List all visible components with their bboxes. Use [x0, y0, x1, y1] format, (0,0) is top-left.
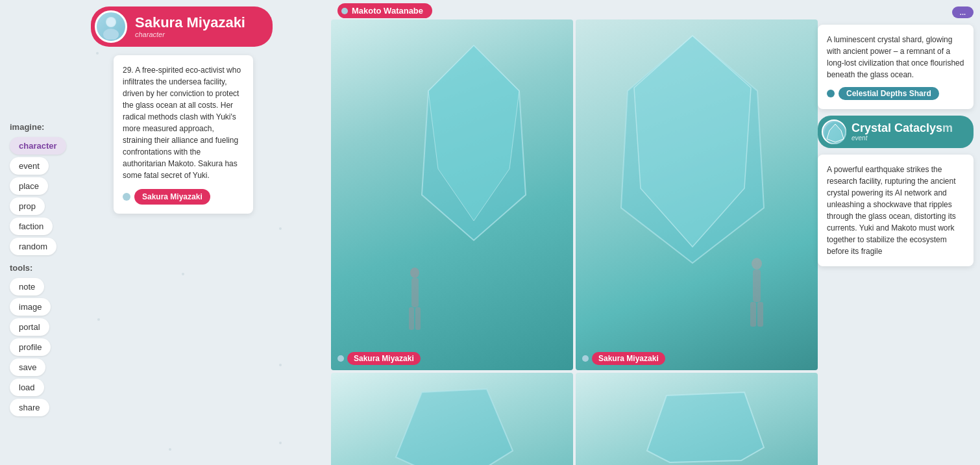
- top-right-button[interactable]: ...: [952, 6, 974, 18]
- image-tag-dot: [337, 355, 344, 362]
- sidebar-btn-load[interactable]: load: [10, 379, 44, 396]
- event-avatar: [822, 119, 846, 144]
- sidebar-btn-event[interactable]: event: [10, 157, 49, 175]
- celestial-shard-description: A luminescent crystal shard, glowing wit…: [827, 34, 964, 81]
- makoto-dot: [341, 8, 348, 14]
- imagine-label: imagine:: [10, 122, 75, 132]
- sidebar-btn-note[interactable]: note: [10, 278, 44, 295]
- description-tag: Sakura Miyazaki: [123, 189, 244, 205]
- sidebar-btn-character[interactable]: character: [10, 137, 66, 155]
- svg-marker-16: [647, 392, 764, 462]
- sidebar-btn-random[interactable]: random: [10, 238, 56, 255]
- svg-rect-12: [753, 270, 761, 302]
- tag-dot: [123, 193, 130, 201]
- makoto-tag[interactable]: Makoto Watanabe: [337, 3, 432, 18]
- svg-rect-8: [415, 307, 421, 330]
- svg-rect-14: [757, 302, 763, 327]
- event-header-text: Crystal Cataclysm event: [851, 122, 963, 142]
- image-tag-dot-right: [582, 355, 589, 362]
- svg-point-2: [106, 18, 116, 27]
- svg-rect-13: [750, 302, 756, 327]
- image-cell-top-left[interactable]: Sakura Miyazaki: [331, 19, 573, 370]
- image-grid: Sakura Miyazaki Sakura Miyazaki: [331, 19, 818, 465]
- right-panel: ... A luminescent crystal shard, glowing…: [811, 0, 980, 465]
- makoto-name: Makoto Watanabe: [352, 6, 423, 16]
- svg-rect-7: [409, 307, 414, 330]
- sidebar-btn-place[interactable]: place: [10, 177, 48, 195]
- image-cell-bottom-right[interactable]: [576, 373, 818, 465]
- image-tag-label-top-left: Sakura Miyazaki: [347, 352, 421, 365]
- character-name: Sakura Miyazaki: [135, 15, 245, 31]
- svg-marker-15: [396, 389, 513, 465]
- image-tag-label-top-right: Sakura Miyazaki: [592, 352, 665, 365]
- crystal-cataclysm-header[interactable]: Crystal Cataclysm event: [818, 116, 974, 148]
- image-cell-bottom-left[interactable]: [331, 373, 573, 465]
- event-type: event: [851, 134, 963, 142]
- sidebar-btn-prop[interactable]: prop: [10, 197, 45, 215]
- description-text: 29. A free-spirited eco-activist who inf…: [123, 64, 244, 181]
- image-cell-top-right[interactable]: Sakura Miyazaki: [576, 19, 818, 370]
- character-tag-label: Sakura Miyazaki: [134, 189, 210, 205]
- celestial-tag-dot: [827, 90, 835, 97]
- character-card-header: Sakura Miyazaki character: [91, 6, 273, 47]
- sidebar-btn-share[interactable]: share: [10, 399, 49, 416]
- svg-point-5: [410, 268, 419, 278]
- celestial-shard-tag: Celestial Depths Shard: [827, 87, 964, 100]
- crystal-cataclysm-card: A powerful earthquake strikes the resear…: [818, 155, 974, 266]
- svg-point-1: [103, 29, 119, 40]
- sidebar-btn-image[interactable]: image: [10, 298, 51, 316]
- sidebar: imagine: character event place prop fact…: [0, 0, 84, 465]
- crystal-cataclysm-description: A powerful earthquake strikes the resear…: [827, 164, 964, 257]
- tools-label: tools:: [10, 263, 75, 273]
- character-type: character: [135, 31, 245, 38]
- celestial-shard-card: A luminescent crystal shard, glowing wit…: [818, 25, 974, 109]
- svg-rect-6: [411, 278, 419, 307]
- description-card: 29. A free-spirited eco-activist who inf…: [114, 55, 253, 214]
- sidebar-btn-save[interactable]: save: [10, 358, 45, 376]
- image-tag-top-left: Sakura Miyazaki: [337, 352, 421, 365]
- event-title: Crystal Cataclysm: [851, 122, 963, 135]
- image-tag-top-right: Sakura Miyazaki: [582, 352, 665, 365]
- character-header-text: Sakura Miyazaki character: [135, 15, 245, 38]
- svg-point-11: [752, 258, 762, 270]
- avatar: [95, 10, 127, 43]
- sidebar-btn-profile[interactable]: profile: [10, 338, 51, 356]
- celestial-tag-label: Celestial Depths Shard: [839, 87, 939, 100]
- sidebar-btn-faction[interactable]: faction: [10, 218, 53, 235]
- sidebar-btn-portal[interactable]: portal: [10, 318, 49, 336]
